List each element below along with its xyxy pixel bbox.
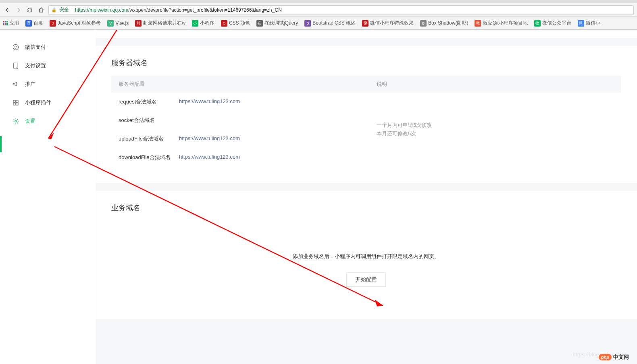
bookmark-favicon: 在 xyxy=(256,20,263,27)
php-badge: php xyxy=(599,354,612,360)
bookmark-item[interactable]: 微微信公众平台 xyxy=(534,20,571,27)
sidebar-active-indicator xyxy=(0,136,2,152)
bookmark-favicon: J xyxy=(50,20,56,27)
svg-rect-6 xyxy=(13,103,15,105)
bookmark-favicon: V xyxy=(107,20,114,27)
bookmark-favicon: 微 xyxy=(578,20,584,27)
table-header: 服务器配置 说明 xyxy=(111,76,621,93)
svg-point-2 xyxy=(17,46,17,47)
server-domain-title: 服务器域名 xyxy=(111,58,621,68)
bookmark-item[interactable]: 封封装网络请求并在w xyxy=(135,20,185,27)
biz-domain-section: 业务域名 添加业务域名后，小程序内可调用组件打开限定域名内的网页。 开始配置 xyxy=(95,191,637,319)
bookmark-favicon: B xyxy=(304,20,311,27)
secure-label: 安全 xyxy=(59,6,69,13)
browser-toolbar: 🔒 安全 | https://mp.weixin.qq.com/wxopen/d… xyxy=(0,3,637,17)
sidebar-item-settings[interactable]: 设置 xyxy=(0,112,95,130)
bookmark-item[interactable]: BBox Shadow(阴影) xyxy=(420,20,468,27)
sidebar: 微信支付 支付设置 推广 小程序插件 设置 xyxy=(0,30,95,364)
bookmark-item[interactable]: JJavaScript 对象参考 xyxy=(50,20,101,27)
page-icon xyxy=(12,62,19,69)
row-label: downloadFile合法域名 xyxy=(119,154,179,161)
domain-table: 服务器配置 说明 request合法域名https://www.tuling12… xyxy=(111,76,621,167)
apps-icon xyxy=(3,21,8,25)
sidebar-item-promotion[interactable]: 推广 xyxy=(0,75,95,93)
biz-domain-title: 业务域名 xyxy=(111,203,621,213)
row-value: https://www.tuling123.com xyxy=(179,98,377,105)
table-row: uploadFile合法域名https://www.tuling123.com xyxy=(119,130,377,148)
gear-icon xyxy=(12,118,19,125)
apps-button[interactable]: 应用 xyxy=(3,20,19,27)
svg-point-0 xyxy=(13,44,19,50)
bookmark-item[interactable]: BBootstrap CSS 概述 xyxy=(304,20,356,27)
row-value xyxy=(179,117,377,124)
bookmark-favicon: 微 xyxy=(475,20,481,27)
bookmark-item[interactable]: CCSS 颜色 xyxy=(221,20,250,27)
bookmark-item[interactable]: 百百度 xyxy=(25,20,43,27)
sidebar-item-plugins[interactable]: 小程序插件 xyxy=(0,93,95,112)
svg-point-8 xyxy=(15,120,17,122)
bookmark-item[interactable]: 小小程序 xyxy=(192,20,214,27)
bookmark-item[interactable]: 微微信小程序特殊效果 xyxy=(362,20,414,27)
row-label: uploadFile合法域名 xyxy=(119,135,179,143)
sidebar-item-pay-settings[interactable]: 支付设置 xyxy=(0,56,95,75)
grid-icon xyxy=(12,99,19,106)
bookmark-item[interactable]: 微微信小 xyxy=(578,20,600,27)
row-label: socket合法域名 xyxy=(119,117,179,124)
bookmark-favicon: 微 xyxy=(534,20,541,27)
svg-rect-4 xyxy=(13,100,15,102)
row-value: https://www.tuling123.com xyxy=(179,135,377,143)
watermark-logo: php 中文网 xyxy=(599,354,629,361)
reload-button[interactable] xyxy=(26,6,34,14)
browser-tabs-strip xyxy=(0,0,637,3)
smile-icon xyxy=(12,43,19,51)
megaphone-icon xyxy=(12,81,19,88)
svg-point-1 xyxy=(15,46,15,47)
table-row: request合法域名https://www.tuling123.com xyxy=(119,93,377,111)
bookmark-favicon: B xyxy=(420,20,427,27)
col-header-config: 服务器配置 xyxy=(119,81,377,88)
bookmark-item[interactable]: VVue.js xyxy=(107,20,129,27)
bookmark-favicon: C xyxy=(221,20,227,27)
table-row: socket合法域名 xyxy=(119,111,377,130)
address-bar[interactable]: 🔒 安全 | https://mp.weixin.qq.com/wxopen/d… xyxy=(48,5,634,15)
forward-button[interactable] xyxy=(15,6,23,14)
col-header-desc: 说明 xyxy=(377,81,614,88)
table-row: downloadFile合法域名https://www.tuling123.co… xyxy=(119,148,377,167)
lock-icon: 🔒 xyxy=(51,7,57,12)
bookmark-item[interactable]: 微微应Git小程序项目地 xyxy=(475,20,527,27)
row-value: https://www.tuling123.com xyxy=(179,154,377,161)
row-label: request合法域名 xyxy=(119,98,179,105)
home-button[interactable] xyxy=(37,6,45,14)
back-button[interactable] xyxy=(3,6,11,14)
bookmark-favicon: 微 xyxy=(362,20,368,27)
svg-rect-7 xyxy=(16,103,18,105)
bookmarks-bar: 应用 百百度JJavaScript 对象参考VVue.js封封装网络请求并在w小… xyxy=(0,17,637,30)
server-domain-section: 服务器域名 服务器配置 说明 request合法域名https://www.tu… xyxy=(95,46,637,183)
start-config-button[interactable]: 开始配置 xyxy=(346,272,386,287)
section-spacer-top xyxy=(95,30,637,38)
bookmark-favicon: 小 xyxy=(192,20,198,27)
bookmark-favicon: 百 xyxy=(25,20,32,27)
svg-rect-3 xyxy=(14,63,18,68)
bookmark-item[interactable]: 在在线调试jQuery xyxy=(256,20,298,27)
sidebar-item-wechat-pay[interactable]: 微信支付 xyxy=(0,38,95,56)
table-description: 一个月内可申请5次修改 本月还可修改5次 xyxy=(377,93,614,167)
svg-rect-5 xyxy=(16,100,18,102)
bookmark-favicon: 封 xyxy=(135,20,142,27)
content-area: 服务器域名 服务器配置 说明 request合法域名https://www.tu… xyxy=(95,30,637,364)
biz-domain-description: 添加业务域名后，小程序内可调用组件打开限定域名内的网页。 xyxy=(111,253,621,260)
